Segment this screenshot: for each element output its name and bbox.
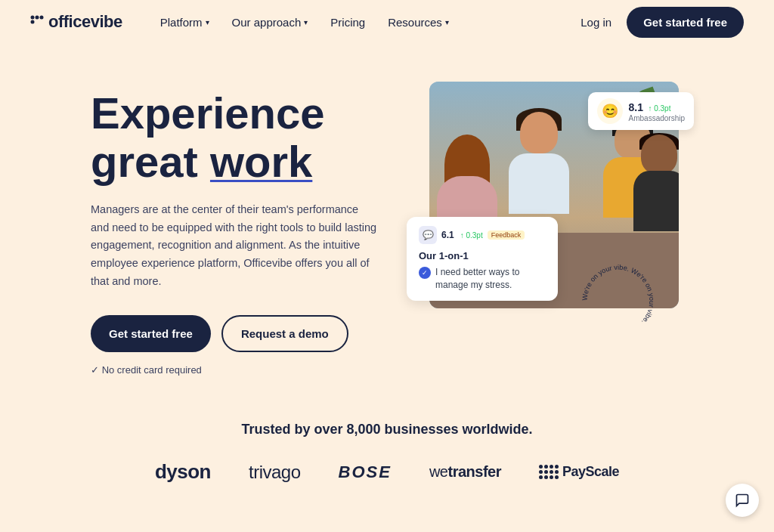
svg-text:We're on your vibe. We're on y: We're on your vibe. We're on your vibe. xyxy=(581,264,656,326)
hero-title: Experience great work xyxy=(91,89,402,186)
trusted-title: Trusted by over 8,000 businesses worldwi… xyxy=(30,422,744,438)
hero-description: Managers are at the center of their team… xyxy=(91,201,378,292)
trusted-section: Trusted by over 8,000 businesses worldwi… xyxy=(0,391,774,506)
check-icon: ✓ xyxy=(419,267,431,279)
onone-delta: ↑ 0.3pt xyxy=(460,231,483,240)
circular-text: We're on your vibe. We're on your vibe. xyxy=(573,255,664,346)
onone-item-text: I need better ways to manage my stress. xyxy=(435,266,546,292)
one-on-one-card: 💬 6.1 ↑ 0.3pt Feedback Our 1-on-1 ✓ I ne… xyxy=(407,217,558,301)
chat-bubble-button[interactable] xyxy=(726,484,759,517)
approach-chevron-icon: ▾ xyxy=(304,18,308,26)
svg-point-3 xyxy=(31,20,35,24)
nav-links: Platform ▾ Our approach ▾ Pricing Resour… xyxy=(160,16,581,29)
resources-chevron-icon: ▾ xyxy=(445,18,449,26)
wave-footer xyxy=(0,521,774,532)
score-delta: ↑ 0.3pt xyxy=(648,104,670,113)
onone-score: 6.1 xyxy=(441,230,454,240)
trivago-logo: trivago xyxy=(249,462,301,483)
nav-resources[interactable]: Resources ▾ xyxy=(388,16,449,29)
onone-item: ✓ I need better ways to manage my stress… xyxy=(419,266,546,292)
score-label: Ambassadorship xyxy=(629,114,685,122)
hero-cta-secondary[interactable]: Request a demo xyxy=(221,315,348,352)
nav-right: Log in Get started free xyxy=(580,7,744,38)
hero-right: 😊 8.1 ↑ 0.3pt Ambassadorship 💬 6.1 ↑ 0.3… xyxy=(402,74,714,323)
feedback-icon: 💬 xyxy=(419,226,437,244)
navbar: officevibe Platform ▾ Our approach ▾ Pri… xyxy=(0,0,774,44)
logo[interactable]: officevibe xyxy=(30,12,122,32)
hero-image: 😊 8.1 ↑ 0.3pt Ambassadorship 💬 6.1 ↑ 0.3… xyxy=(429,82,686,323)
hero-left: Experience great work Managers are at th… xyxy=(91,74,402,376)
onone-title: Our 1-on-1 xyxy=(419,250,546,261)
bose-logo: BOSE xyxy=(339,462,392,482)
hero-section: Experience great work Managers are at th… xyxy=(0,44,774,391)
no-credit-card-label: No credit card required xyxy=(91,364,202,376)
payscale-logo: PayScale xyxy=(539,464,619,480)
platform-chevron-icon: ▾ xyxy=(206,18,209,26)
score-info: 8.1 ↑ 0.3pt Ambassadorship xyxy=(629,101,685,122)
logos-row: dyson trivago BOSE wetransfer PayScale xyxy=(30,460,744,484)
nav-platform[interactable]: Platform ▾ xyxy=(160,16,209,29)
onone-badge: Feedback xyxy=(488,230,525,240)
hero-cta-primary[interactable]: Get started free xyxy=(91,315,211,352)
score-value: 8.1 ↑ 0.3pt xyxy=(629,101,685,114)
onone-header: 💬 6.1 ↑ 0.3pt Feedback xyxy=(419,226,546,244)
circular-text-svg: We're on your vibe. We're on your vibe. xyxy=(577,259,660,342)
hero-title-word: work xyxy=(210,137,312,186)
payscale-dots-icon xyxy=(539,465,559,479)
login-button[interactable]: Log in xyxy=(580,16,611,29)
svg-point-0 xyxy=(31,16,35,20)
wave-svg xyxy=(0,521,774,532)
person-dark xyxy=(633,135,679,248)
hero-buttons: Get started free Request a demo xyxy=(91,315,402,352)
score-emoji: 😊 xyxy=(597,98,623,124)
svg-point-1 xyxy=(36,16,39,20)
nav-approach[interactable]: Our approach ▾ xyxy=(232,16,308,29)
dyson-logo: dyson xyxy=(155,460,211,484)
svg-point-2 xyxy=(40,16,44,20)
nav-cta-button[interactable]: Get started free xyxy=(627,7,744,38)
logo-text: officevibe xyxy=(48,12,122,32)
nav-pricing[interactable]: Pricing xyxy=(330,16,365,29)
ambassadorship-badge: 😊 8.1 ↑ 0.3pt Ambassadorship xyxy=(588,92,694,130)
wetransfer-logo: wetransfer xyxy=(429,463,501,481)
